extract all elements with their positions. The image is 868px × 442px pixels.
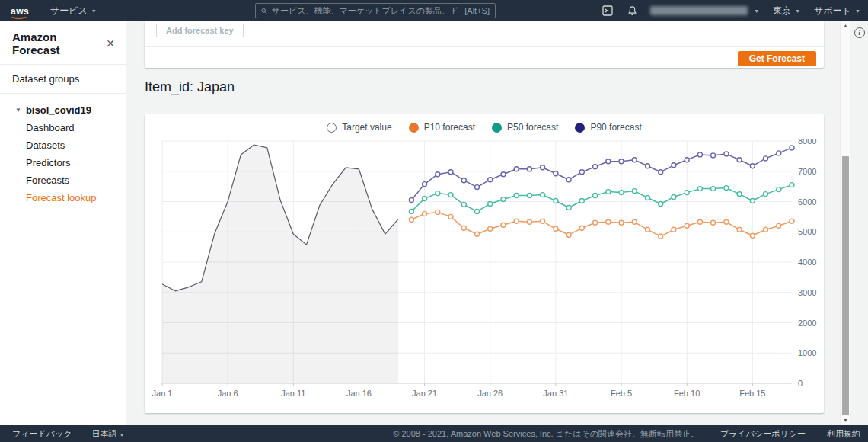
svg-text:0: 0 bbox=[798, 379, 803, 388]
forecast-chart-svg: Jan 1Jan 6Jan 11Jan 16Jan 21Jan 26Jan 31… bbox=[145, 139, 824, 402]
chevron-down-icon: ▼ bbox=[91, 8, 97, 14]
sidebar-group-bisol-covid19[interactable]: ▼ bisol_covid19 bbox=[0, 101, 126, 119]
legend-swatch-p50 bbox=[492, 123, 502, 133]
privacy-policy-link[interactable]: プライバシーポリシー bbox=[720, 428, 806, 440]
terms-of-use-link[interactable]: 利用規約 bbox=[827, 428, 860, 440]
vertical-scrollbar[interactable]: ▲ ▼ bbox=[840, 21, 850, 425]
chart-legend: Target value P10 forecast P50 forecast P… bbox=[145, 122, 824, 133]
chevron-down-icon: ▼ bbox=[754, 8, 759, 14]
legend-label: P50 forecast bbox=[507, 122, 558, 133]
cloudshell-terminal-icon[interactable] bbox=[602, 5, 614, 17]
close-icon[interactable]: ✕ bbox=[106, 38, 115, 49]
chevron-down-icon: ▼ bbox=[855, 8, 860, 14]
svg-text:Jan 1: Jan 1 bbox=[152, 389, 173, 398]
region-selector[interactable]: 東京 ▼ bbox=[773, 5, 800, 18]
copyright-text: © 2008 - 2021, Amazon Web Services, Inc.… bbox=[393, 428, 699, 440]
search-placeholder: サービス、機能、マーケットプレイスの製品、ドキュメントを検索し bbox=[272, 5, 458, 17]
forecast-line-chart[interactable]: Jan 1Jan 6Jan 11Jan 16Jan 21Jan 26Jan 31… bbox=[145, 139, 824, 402]
chevron-down-icon: ▼ bbox=[795, 8, 800, 14]
support-menu[interactable]: サポート ▼ bbox=[814, 5, 860, 18]
legend-item-p50[interactable]: P50 forecast bbox=[492, 122, 558, 133]
console-footer: フィードバック 日本語 ▼ © 2008 - 2021, Amazon Web … bbox=[0, 425, 868, 442]
aws-logo-smile bbox=[11, 14, 27, 19]
chevron-down-icon: ▼ bbox=[120, 432, 125, 437]
svg-text:Jan 26: Jan 26 bbox=[477, 389, 503, 398]
svg-text:Jan 21: Jan 21 bbox=[412, 389, 437, 398]
forecast-chart-card: Target value P10 forecast P50 forecast P… bbox=[145, 114, 824, 413]
svg-text:7000: 7000 bbox=[798, 167, 816, 176]
legend-item-p10[interactable]: P10 forecast bbox=[409, 122, 475, 133]
legend-item-target-value[interactable]: Target value bbox=[327, 122, 391, 133]
search-magnifier-icon bbox=[261, 7, 267, 15]
get-forecast-button[interactable]: Get Forecast bbox=[738, 51, 816, 66]
svg-text:2000: 2000 bbox=[798, 319, 816, 328]
account-name-redacted bbox=[650, 6, 748, 15]
main-content-area: Add forecast key Get Forecast Item_id: J… bbox=[127, 21, 840, 425]
language-selector[interactable]: 日本語 ▼ bbox=[92, 428, 125, 440]
legend-item-p90[interactable]: P90 forecast bbox=[575, 122, 641, 133]
svg-text:Jan 31: Jan 31 bbox=[543, 389, 568, 398]
legend-label: P10 forecast bbox=[424, 122, 475, 133]
side-navigation-panel: Amazon Forecast ✕ Dataset groups ▼ bisol… bbox=[0, 21, 126, 425]
legend-swatch-p10 bbox=[409, 123, 419, 133]
sidebar-item-datasets[interactable]: Datasets bbox=[0, 136, 126, 154]
legend-swatch-p90 bbox=[575, 123, 585, 133]
svg-text:Jan 6: Jan 6 bbox=[218, 389, 238, 398]
svg-text:Feb 15: Feb 15 bbox=[739, 389, 765, 398]
legend-label: Target value bbox=[342, 122, 391, 133]
sidebar-item-forecasts[interactable]: Forecasts bbox=[0, 171, 126, 189]
svg-text:1000: 1000 bbox=[798, 348, 816, 357]
search-shortcut-hint: [Alt+S] bbox=[464, 6, 490, 15]
support-menu-label: サポート bbox=[814, 5, 851, 18]
top-navigation-bar: aws サービス ▼ サービス、機能、マーケットプレイスの製品、ドキュメントを検… bbox=[0, 0, 868, 21]
tree-expand-icon: ▼ bbox=[15, 107, 21, 114]
sidebar-item-dataset-groups[interactable]: Dataset groups bbox=[0, 65, 126, 94]
sidebar-item-predictors[interactable]: Predictors bbox=[0, 154, 126, 171]
notifications-bell-icon[interactable] bbox=[626, 5, 638, 17]
services-menu[interactable]: サービス ▼ bbox=[50, 5, 97, 18]
aws-logo[interactable]: aws bbox=[11, 4, 34, 18]
global-search-input[interactable]: サービス、機能、マーケットプレイスの製品、ドキュメントを検索し [Alt+S] bbox=[255, 3, 496, 18]
legend-swatch-target bbox=[327, 123, 337, 133]
account-menu[interactable]: ▼ bbox=[650, 6, 759, 15]
region-label: 東京 bbox=[773, 5, 791, 18]
svg-text:Feb 5: Feb 5 bbox=[611, 389, 632, 398]
card-divider bbox=[145, 46, 824, 47]
scrollbar-thumb[interactable] bbox=[842, 156, 849, 415]
svg-text:4000: 4000 bbox=[798, 258, 816, 267]
feedback-link[interactable]: フィードバック bbox=[12, 428, 72, 440]
svg-text:3000: 3000 bbox=[798, 288, 816, 297]
sidebar-group-label: bisol_covid19 bbox=[26, 104, 91, 116]
svg-text:Jan 16: Jan 16 bbox=[346, 389, 372, 398]
info-icon[interactable]: i bbox=[854, 27, 865, 38]
svg-text:Jan 11: Jan 11 bbox=[281, 389, 305, 398]
sidebar-item-forecast-lookup[interactable]: Forecast lookup bbox=[0, 189, 126, 207]
sidebar-item-dashboard[interactable]: Dashboard bbox=[0, 119, 126, 136]
forecast-lookup-form-card: Add forecast key Get Forecast bbox=[145, 21, 824, 68]
svg-text:8000: 8000 bbox=[798, 139, 816, 146]
help-panel-rail: i bbox=[850, 21, 868, 425]
svg-text:5000: 5000 bbox=[798, 227, 816, 236]
legend-label: P90 forecast bbox=[590, 122, 641, 133]
services-menu-label: サービス bbox=[50, 5, 88, 18]
add-forecast-key-button[interactable]: Add forecast key bbox=[156, 24, 244, 37]
svg-text:6000: 6000 bbox=[798, 197, 816, 207]
language-label: 日本語 bbox=[92, 429, 117, 438]
sidebar-title: Amazon Forecast bbox=[12, 30, 106, 56]
page-title: Item_id: Japan bbox=[145, 79, 235, 95]
svg-text:Feb 10: Feb 10 bbox=[674, 389, 700, 398]
